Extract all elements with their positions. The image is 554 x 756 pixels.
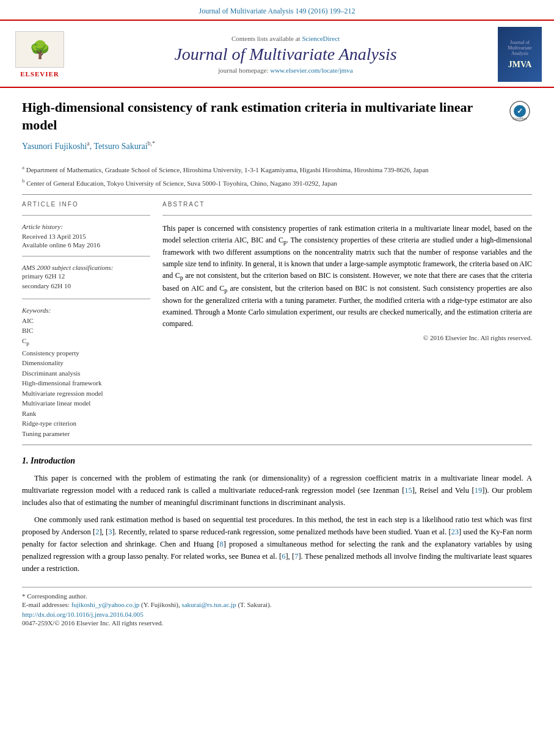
intro-paragraph2: One commonly used rank estimation method…: [22, 514, 532, 575]
history-label: Article history:: [22, 223, 150, 230]
article-info-col: Article Info Article history: Received 1…: [22, 201, 150, 438]
article-body: High-dimensional consistency of rank est…: [0, 88, 554, 639]
affil-a-text: Department of Mathematics, Graduate Scho…: [26, 166, 429, 173]
svg-text:✓: ✓: [517, 107, 523, 115]
affiliation-b: b Center of General Education, Tokyo Uni…: [22, 177, 532, 188]
journal-homepage-link[interactable]: www.elsevier.com/locate/jmva: [270, 67, 353, 74]
article-title-area: High-dimensional consistency of rank est…: [22, 99, 500, 156]
email2-link[interactable]: sakurai@rs.tus.ac.jp: [181, 601, 236, 608]
tree-icon: 🌳: [29, 40, 51, 60]
footnote-section: * Corresponding author. E-mail addresses…: [22, 587, 532, 627]
affiliation-a: a Department of Mathematics, Graduate Sc…: [22, 164, 532, 175]
section-title: Introduction: [31, 456, 75, 465]
email-addresses-line: E-mail addresses: fujikoshi_y@yahoo.co.j…: [22, 601, 532, 608]
author2-sup: b,*: [148, 140, 156, 147]
doi-line: http://dx.doi.org/10.1016/j.jmva.2016.04…: [22, 611, 532, 618]
affil-b-text: Center of General Education, Tokyo Unive…: [26, 180, 337, 187]
keyword-AIC: AIC: [22, 316, 150, 326]
jmva-thumb-abbr: JMVA: [508, 60, 532, 70]
keyword-tuning: Tuning parameter: [22, 429, 150, 439]
available-date: Available online 6 May 2016: [22, 241, 150, 249]
divider-after-dates: [22, 256, 150, 256]
affil-a-sup: a: [22, 164, 24, 170]
journal-header: 🌳 ELSEVIER Contents lists available at S…: [0, 21, 554, 88]
elsevier-logo: 🌳 ELSEVIER: [12, 31, 67, 78]
journal-title: Journal of Multivariate Analysis: [79, 45, 492, 64]
affil-b-sup: b: [22, 178, 25, 184]
author1-name: Yasunori Fujikoshi: [22, 142, 87, 151]
ref-2[interactable]: 2: [95, 528, 99, 536]
divider-after-article-info-heading: [22, 215, 150, 216]
email1-author: (Y. Fujikoshi),: [141, 601, 180, 608]
abstract-text: This paper is concerned with consistency…: [162, 223, 532, 329]
section-number: 1.: [22, 456, 29, 465]
jmva-thumb-title: Journal ofMultivariateAnalysis: [508, 40, 532, 56]
keyword-rank: Rank: [22, 409, 150, 419]
divider-after-ams: [22, 299, 150, 299]
corresponding-author-note: * Corresponding author.: [22, 592, 532, 600]
ref-6[interactable]: 6: [282, 552, 285, 561]
ref-7[interactable]: 7: [294, 552, 298, 561]
journal-homepage-line: journal homepage: www.elsevier.com/locat…: [79, 67, 492, 74]
email-label: E-mail addresses:: [22, 601, 70, 608]
ams-label: AMS 2000 subject classifications:: [22, 264, 150, 271]
jmva-thumbnail: Journal ofMultivariateAnalysis JMVA: [498, 27, 542, 82]
article-title: High-dimensional consistency of rank est…: [22, 99, 500, 134]
keyword-discriminant: Discriminant analysis: [22, 368, 150, 379]
authors-line: Yasunori Fujikoshia, Tetsuro Sakuraib,*: [22, 140, 500, 151]
journal-name-center: Contents lists available at ScienceDirec…: [79, 35, 492, 74]
page: Journal of Multivariate Analysis 149 (20…: [0, 0, 554, 756]
keyword-mv-regression: Multivariate regression model: [22, 388, 150, 399]
divider-after-abstract-heading: [162, 215, 532, 216]
abstract-col: Abstract This paper is concerned with co…: [162, 201, 532, 438]
introduction-section: 1. Introduction This paper is concerned …: [22, 456, 532, 575]
keyword-ridge: Ridge-type criterion: [22, 418, 150, 429]
sciencedirect-link[interactable]: ScienceDirect: [302, 35, 340, 42]
article-info-abstract-cols: Article Info Article history: Received 1…: [22, 201, 532, 438]
journal-link[interactable]: Journal of Multivariate Analysis 149 (20…: [199, 7, 355, 15]
article-info-heading: Article Info: [22, 201, 150, 208]
ref-23[interactable]: 23: [451, 528, 459, 536]
received-date: Received 13 April 2015: [22, 233, 150, 240]
svg-text:CrossMark: CrossMark: [512, 117, 528, 120]
ref-15[interactable]: 15: [404, 486, 412, 495]
elsevier-logo-image: 🌳: [15, 31, 64, 68]
keyword-mv-linear: Multivariate linear model: [22, 398, 150, 409]
footer-copyright: 0047-259X/© 2016 Elsevier Inc. All right…: [22, 619, 532, 627]
ref-3[interactable]: 3: [108, 528, 112, 536]
keyword-dimensionality: Dimensionality: [22, 358, 150, 368]
intro-paragraph1: This paper is concerned with the problem…: [22, 472, 532, 509]
divider-after-abstract: [22, 445, 532, 445]
introduction-heading: 1. Introduction: [22, 456, 532, 466]
keyword-hd-framework: High-dimensional framework: [22, 378, 150, 388]
journal-volume-info: Journal of Multivariate Analysis 149 (20…: [0, 0, 554, 21]
email1-link[interactable]: fujikoshi_y@yahoo.co.jp: [71, 601, 140, 608]
abstract-copyright: © 2016 Elsevier Inc. All rights reserved…: [162, 334, 532, 341]
crossmark-icon: ✓ CrossMark: [509, 100, 531, 122]
doi-link[interactable]: http://dx.doi.org/10.1016/j.jmva.2016.04…: [22, 611, 144, 618]
keyword-consistency: Consistency property: [22, 348, 150, 358]
divider-below-affiliations: [22, 194, 532, 195]
author2-name: , Tetsuro Sakurai: [90, 142, 148, 151]
ams-secondary: secondary 62H 10: [22, 281, 150, 291]
elsevier-brand-text: ELSEVIER: [20, 70, 59, 78]
keyword-BIC: BIC: [22, 325, 150, 336]
crossmark-badge: ✓ CrossMark: [508, 99, 532, 123]
keyword-Cp: Cp: [22, 336, 150, 348]
abstract-heading: Abstract: [162, 201, 532, 208]
contents-line: Contents lists available at ScienceDirec…: [79, 35, 492, 42]
email2-author: (T. Sakurai).: [238, 601, 271, 608]
ams-primary: primary 62H 12: [22, 271, 150, 282]
article-title-section: High-dimensional consistency of rank est…: [22, 99, 532, 156]
keywords-label: Keywords:: [22, 307, 150, 314]
ref-8[interactable]: 8: [219, 540, 223, 548]
ref-19[interactable]: 19: [475, 486, 483, 495]
